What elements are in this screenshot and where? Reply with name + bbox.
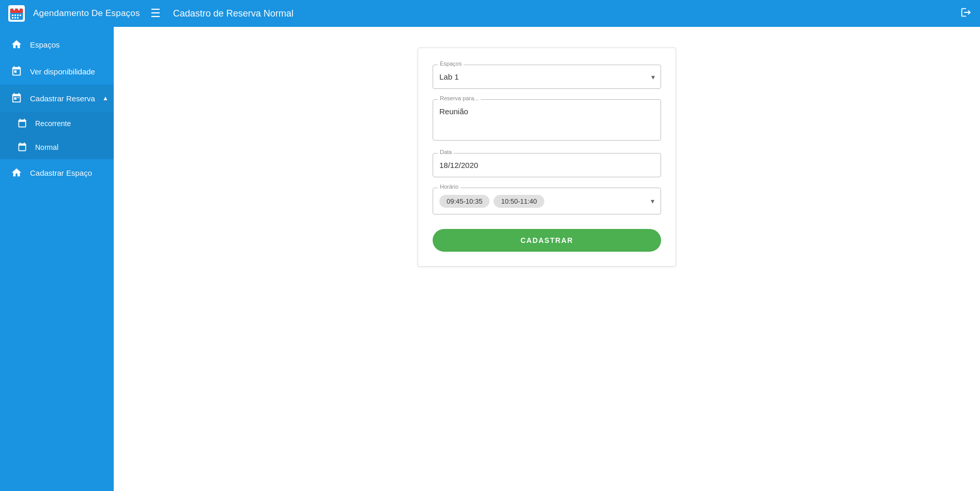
svg-rect-5 [12,14,13,16]
sidebar-sub-item-label: Normal [35,143,58,151]
sidebar-item-label: Ver disponibilidade [30,67,95,76]
calendar-icon [17,118,28,129]
sidebar-item-espacos[interactable]: Espaços [0,31,114,58]
reserva-label: Reserva para... [438,95,481,101]
sidebar-sub-item-label: Recorrente [35,119,71,128]
page-title: Cadastro de Reserva Normal [173,8,294,19]
sidebar-item-normal[interactable]: Normal [0,135,114,159]
horario-label: Horário [438,183,461,190]
horario-chip-1: 09:45-10:35 [439,195,489,208]
svg-rect-9 [12,17,13,19]
espacos-label: Espaços [438,60,464,67]
main-layout: Espaços Ver disponibilidade Cadastrar Re… [0,27,980,491]
svg-rect-4 [18,7,20,10]
home-add-icon [10,166,23,179]
svg-rect-2 [10,9,23,13]
sidebar-item-cadastrar-reserva[interactable]: Cadastrar Reserva ▲ [0,85,114,112]
main-content: Espaços Lab 1 Lab 2 Lab 3 Reserva para..… [114,27,980,491]
topbar: Agendamento De Espaços ☰ Cadastro de Res… [0,0,980,27]
sidebar: Espaços Ver disponibilidade Cadastrar Re… [0,27,114,491]
svg-rect-11 [17,17,19,19]
data-label: Data [438,149,454,155]
sidebar-item-cadastrar-espaco[interactable]: Cadastrar Espaço [0,159,114,186]
calendar-icon [17,142,28,153]
reserva-textarea[interactable]: Reunião [433,99,661,141]
horario-field-group: Horário 09:45-10:35 10:50-11:40 ▾ [433,188,661,214]
data-field-group: Data [433,153,661,177]
sidebar-item-label: Cadastrar Reserva [30,94,95,103]
svg-rect-10 [14,17,16,19]
svg-rect-6 [14,14,16,16]
sidebar-item-ver-disponibilidade[interactable]: Ver disponibilidade [0,58,114,85]
horario-dropdown-arrow-icon[interactable]: ▾ [651,197,654,205]
espacos-field-group: Espaços Lab 1 Lab 2 Lab 3 [433,65,661,89]
svg-rect-3 [13,7,15,10]
sidebar-item-recorrente[interactable]: Recorrente [0,112,114,135]
form-card: Espaços Lab 1 Lab 2 Lab 3 Reserva para..… [418,48,676,267]
svg-rect-8 [20,14,21,16]
app-title: Agendamento De Espaços [33,8,140,19]
espacos-select-wrapper: Lab 1 Lab 2 Lab 3 [433,65,661,89]
sidebar-item-label: Cadastrar Espaço [30,168,92,177]
reserva-field-group: Reserva para... Reunião [433,99,661,143]
horario-select-wrapper[interactable]: 09:45-10:35 10:50-11:40 ▾ [433,188,661,214]
horario-chip-2: 10:50-11:40 [494,195,544,208]
chevron-up-icon: ▲ [102,95,109,102]
cadastrar-button[interactable]: CADASTRAR [433,229,661,252]
hamburger-icon[interactable]: ☰ [150,7,161,20]
home-icon [10,38,23,51]
data-input[interactable] [433,153,661,177]
app-logo [8,5,25,22]
sidebar-item-label: Espaços [30,40,60,49]
espacos-select[interactable]: Lab 1 Lab 2 Lab 3 [433,65,661,89]
calendar-check-icon [10,65,23,78]
sidebar-sub-menu: Recorrente Normal [0,112,114,159]
calendar-grid-icon [10,92,23,104]
logout-icon[interactable] [960,7,972,21]
svg-rect-7 [17,14,19,16]
